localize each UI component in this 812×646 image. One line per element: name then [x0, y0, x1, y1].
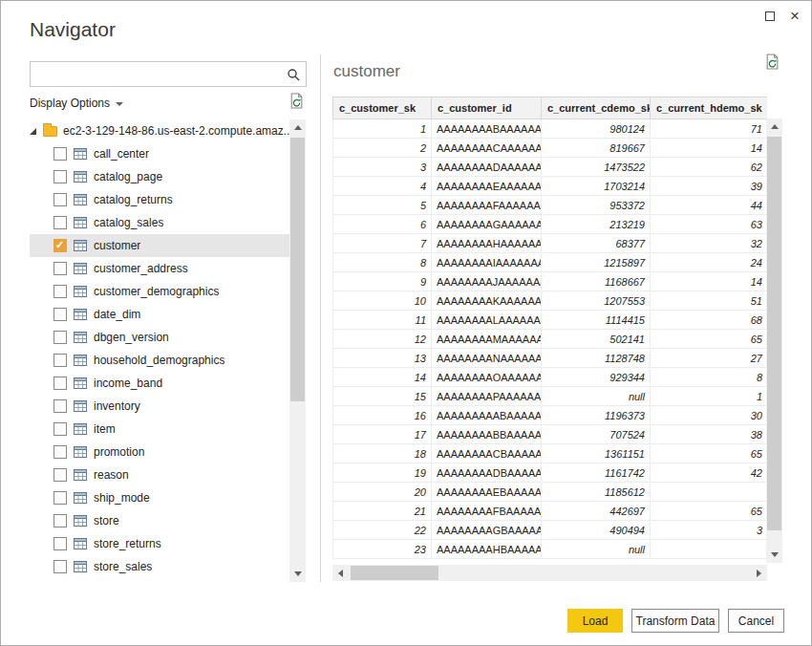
search-input[interactable] — [31, 62, 281, 86]
tree-item-call_center[interactable]: call_center — [30, 142, 289, 165]
column-header-c_customer_id[interactable]: c_customer_id — [432, 97, 542, 119]
preview-vertical-scrollbar[interactable] — [766, 118, 782, 563]
tree-item-label: inventory — [94, 399, 140, 413]
checkbox[interactable] — [53, 537, 67, 550]
window-controls: × — [765, 8, 800, 25]
tree-item-label: call_center — [94, 147, 149, 161]
tree-item-dbgen_version[interactable]: dbgen_version — [30, 326, 289, 349]
tree-item-household_demographics[interactable]: household_demographics — [30, 349, 289, 372]
checkbox[interactable] — [53, 422, 67, 436]
search-icon[interactable] — [281, 68, 306, 81]
tree-item-store_sales[interactable]: store_sales — [30, 555, 289, 578]
scroll-left-icon[interactable] — [332, 565, 349, 581]
tree-item-date_dim[interactable]: date_dim — [30, 303, 289, 326]
tree-item-inventory[interactable]: inventory — [30, 395, 289, 418]
checkbox[interactable] — [53, 239, 67, 252]
cell-number: 502141 — [542, 330, 651, 349]
cell-number: 3 — [333, 158, 432, 177]
load-button[interactable]: Load — [567, 609, 623, 633]
checkbox[interactable] — [53, 354, 67, 367]
tree-item-customer[interactable]: customer — [30, 234, 289, 257]
table-icon — [74, 423, 87, 435]
table-icon — [74, 538, 87, 549]
scroll-down-icon[interactable] — [766, 547, 782, 563]
table-row: 1AAAAAAAABAAAAAAA98012471 — [333, 119, 768, 139]
preview-table-title: customer — [333, 62, 400, 81]
tree-item-store[interactable]: store — [30, 509, 289, 532]
checkbox[interactable] — [53, 193, 67, 206]
preview-grid: c_customer_skc_customer_idc_current_cdem… — [332, 97, 767, 559]
preview-vscroll-thumb[interactable] — [767, 137, 781, 530]
cell-number: 2 — [333, 139, 432, 158]
table-row: 20AAAAAAAAEBAAAAAA1185612 — [333, 483, 768, 502]
preview-hscroll-thumb[interactable] — [351, 566, 438, 580]
tree-item-item[interactable]: item — [30, 418, 289, 441]
preview-horizontal-scrollbar[interactable] — [332, 565, 767, 581]
refresh-preview-icon[interactable] — [764, 54, 780, 74]
tree-item-catalog_page[interactable]: catalog_page — [30, 165, 289, 188]
tree-item-customer_demographics[interactable]: customer_demographics — [30, 280, 289, 303]
cell-number: 14 — [651, 139, 768, 158]
cell-number: 819667 — [542, 139, 651, 158]
tree-scrollbar-thumb[interactable] — [290, 138, 305, 401]
cell-number: 68 — [651, 311, 768, 330]
cell-number: 929344 — [542, 368, 651, 387]
column-header-c_customer_sk[interactable]: c_customer_sk — [333, 97, 432, 119]
checkbox[interactable] — [53, 514, 67, 528]
cell-number: 71 — [651, 119, 768, 139]
cancel-button[interactable]: Cancel — [728, 609, 784, 633]
display-options-dropdown[interactable]: Display Options — [30, 97, 123, 110]
cell-number: 1 — [651, 387, 768, 406]
checkbox[interactable] — [53, 170, 67, 183]
scroll-up-icon[interactable] — [766, 118, 782, 135]
checkbox[interactable] — [53, 308, 67, 321]
column-header-c_current_hdemo_sk[interactable]: c_current_hdemo_sk — [651, 97, 768, 119]
checkbox[interactable] — [53, 262, 67, 275]
checkbox[interactable] — [53, 468, 67, 482]
cell-number: 1 — [333, 119, 432, 139]
column-header-c_current_cdemo_sk[interactable]: c_current_cdemo_sk — [542, 97, 651, 119]
cell-number: 21 — [333, 502, 432, 521]
tree-item-label: ship_mode — [94, 491, 150, 505]
cell-text: AAAAAAAACBAAAAAA — [432, 444, 542, 463]
cell-number: 707524 — [542, 425, 651, 444]
scroll-up-icon[interactable] — [289, 119, 306, 136]
table-icon — [74, 171, 87, 183]
checkbox[interactable] — [53, 285, 67, 298]
checkbox[interactable] — [53, 399, 67, 413]
table-icon — [74, 263, 87, 274]
cell-number: 1473522 — [542, 158, 651, 177]
tree-item-store_returns[interactable]: store_returns — [30, 532, 289, 555]
tree-item-promotion[interactable]: promotion — [30, 441, 289, 463]
scroll-right-icon[interactable] — [751, 565, 767, 581]
cell-number: 9 — [333, 272, 432, 291]
maximize-button[interactable] — [765, 8, 775, 25]
checkbox[interactable] — [53, 445, 67, 459]
tree-root-server[interactable]: ec2-3-129-148-86.us-east-2.compute.amaz.… — [30, 119, 289, 142]
tree-item-customer_address[interactable]: customer_address — [30, 257, 289, 280]
refresh-tree-icon[interactable] — [288, 93, 305, 113]
cell-number: 19 — [333, 463, 432, 483]
scroll-down-icon[interactable] — [289, 566, 306, 582]
checkbox[interactable] — [53, 560, 67, 573]
checkbox[interactable] — [53, 331, 67, 344]
tree-item-income_band[interactable]: income_band — [30, 372, 289, 395]
cell-text: AAAAAAAAOAAAAAAA — [432, 368, 542, 387]
tree-item-label: catalog_sales — [94, 216, 163, 229]
cell-text: AAAAAAAACAAAAAAA — [432, 139, 542, 158]
checkbox[interactable] — [53, 216, 67, 229]
checkbox[interactable] — [53, 377, 67, 390]
tree-item-reason[interactable]: reason — [30, 463, 289, 486]
transform-data-button[interactable]: Transform Data — [631, 609, 719, 633]
cell-number: null — [542, 387, 651, 406]
cell-number: 12 — [333, 330, 432, 349]
close-icon[interactable]: × — [790, 10, 800, 23]
expand-arrow-icon[interactable] — [30, 128, 36, 135]
tree-scrollbar[interactable] — [289, 119, 306, 582]
tree-item-ship_mode[interactable]: ship_mode — [30, 486, 289, 509]
tree-item-catalog_sales[interactable]: catalog_sales — [30, 211, 289, 234]
checkbox[interactable] — [53, 147, 67, 161]
tree-item-catalog_returns[interactable]: catalog_returns — [30, 188, 289, 211]
checkbox[interactable] — [53, 491, 67, 505]
cell-text: AAAAAAAAKAAAAAAA — [432, 291, 542, 311]
